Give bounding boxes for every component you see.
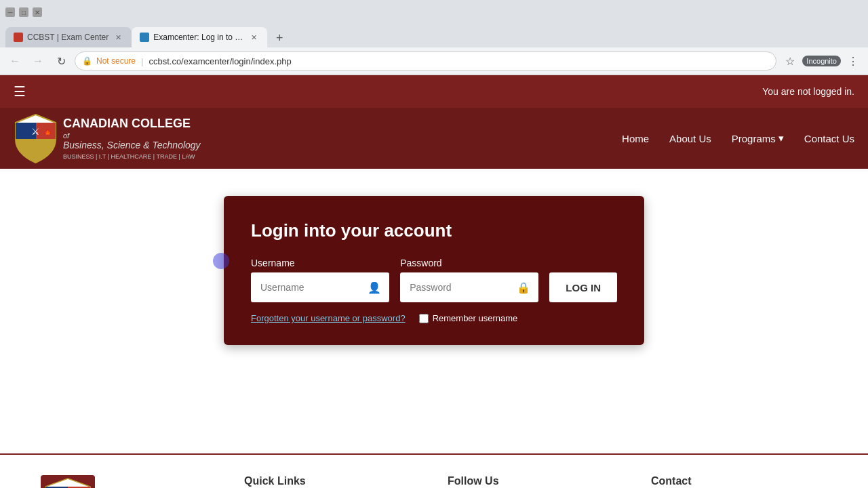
remember-text: Remember username (433, 313, 518, 323)
college-name-line1: CANADIAN COLLEGE (63, 117, 201, 131)
tab-close-2[interactable]: ✕ (248, 32, 259, 43)
footer-logo-block (41, 475, 217, 488)
new-tab-button[interactable]: + (270, 28, 289, 47)
password-group: Password 🔒 (400, 258, 538, 302)
username-group: Username 👤 (251, 258, 389, 302)
college-logo: ⚔ 🍁 CANADIAN COLLEGE of Business, Scienc… (14, 113, 201, 164)
college-name-line2: Business, Science & Technology (63, 140, 201, 150)
nav-about[interactable]: About Us (669, 133, 711, 144)
not-secure-label: Not secure (96, 56, 136, 66)
remember-label[interactable]: Remember username (419, 313, 518, 323)
logo-shield-svg: ⚔ 🍁 (14, 113, 58, 164)
tab-favicon-1 (14, 33, 23, 42)
browser-tab-2[interactable]: Examcenter: Log in to the site ✕ (132, 27, 267, 47)
footer-follow-us-heading: Follow Us (448, 475, 624, 487)
svg-text:🍁: 🍁 (43, 128, 52, 137)
star-button[interactable]: ☆ (781, 52, 800, 70)
footer-logo-img (41, 475, 95, 488)
site-nav-bar: ⚔ 🍁 CANADIAN COLLEGE of Business, Scienc… (0, 108, 868, 169)
nav-contact[interactable]: Contact Us (804, 133, 854, 144)
maximize-button[interactable]: □ (19, 7, 28, 17)
username-label: Username (251, 258, 389, 268)
main-content: Login into your account Username 👤 Passw… (0, 169, 868, 453)
logo-text-block: CANADIAN COLLEGE of Business, Science & … (63, 117, 201, 160)
site-footer: Quick Links Follow Us Contact (0, 453, 868, 488)
chevron-down-icon: ▾ (778, 132, 784, 144)
footer-quick-links: Quick Links (244, 475, 420, 488)
tab-label-1: CCBST | Exam Center (27, 33, 108, 42)
login-title: Login into your account (251, 220, 617, 241)
password-label: Password (400, 258, 538, 268)
college-name-of: of (63, 131, 201, 140)
footer-contact-heading: Contact (651, 475, 827, 487)
footer-follow-us: Follow Us (448, 475, 624, 488)
footer-quick-links-heading: Quick Links (244, 475, 420, 487)
not-logged-in-text: You are not logged in. (762, 86, 854, 97)
login-button[interactable]: LOG IN (549, 272, 617, 302)
lock-icon: 🔒 (82, 56, 92, 66)
user-icon: 👤 (368, 281, 381, 294)
url-text: ccbst.co/examcenter/login/index.php (149, 56, 291, 66)
nav-programs[interactable]: Programs ▾ (732, 132, 784, 144)
college-tagline: BUSINESS | I.T | HEALTHCARE | TRADE | LA… (63, 153, 201, 160)
browser-actions: ☆ Incognito ⋮ (781, 52, 863, 70)
tab-label-2: Examcenter: Log in to the site (153, 33, 244, 42)
reload-button[interactable]: ↻ (52, 52, 71, 70)
nav-home[interactable]: Home (622, 133, 649, 144)
tab-favicon-2 (140, 33, 149, 42)
login-card: Login into your account Username 👤 Passw… (224, 196, 644, 345)
username-input-wrapper: 👤 (251, 272, 389, 302)
site-nav-links: Home About Us Programs ▾ Contact Us (622, 132, 854, 144)
login-form-row: Username 👤 Password 🔒 LOG IN (251, 258, 617, 302)
close-button[interactable]: ✕ (33, 7, 42, 17)
form-bottom: Forgotten your username or password? Rem… (251, 313, 617, 323)
lock-icon: 🔒 (517, 281, 530, 294)
browser-tab-1[interactable]: CCBST | Exam Center ✕ (5, 27, 132, 47)
back-button[interactable]: ← (5, 52, 24, 70)
address-bar-row: ← → ↻ 🔒 Not secure | ccbst.co/examcenter… (0, 47, 868, 75)
address-bar[interactable]: 🔒 Not secure | ccbst.co/examcenter/login… (75, 52, 776, 70)
forgot-link[interactable]: Forgotten your username or password? (251, 313, 406, 323)
menu-button[interactable]: ⋮ (844, 52, 863, 70)
footer-logo-small (41, 475, 217, 488)
incognito-badge: Incognito (802, 56, 841, 66)
nav-programs-label: Programs (732, 133, 776, 144)
tabs-bar: CCBST | Exam Center ✕ Examcenter: Log in… (0, 24, 868, 47)
tab-close-1[interactable]: ✕ (113, 32, 123, 43)
minimize-button[interactable]: ─ (5, 7, 15, 17)
browser-titlebar: ─ □ ✕ (0, 0, 868, 24)
svg-text:⚔: ⚔ (31, 126, 40, 137)
footer-contact: Contact (651, 475, 827, 488)
hamburger-icon[interactable]: ☰ (14, 83, 26, 100)
window-controls: ─ □ ✕ (5, 7, 42, 17)
password-input-wrapper: 🔒 (400, 272, 538, 302)
site-header-top: ☰ You are not logged in. (0, 75, 868, 108)
forward-button[interactable]: → (28, 52, 47, 70)
remember-checkbox[interactable] (419, 314, 429, 323)
browser-chrome: ─ □ ✕ CCBST | Exam Center ✕ Examcenter: … (0, 0, 868, 75)
